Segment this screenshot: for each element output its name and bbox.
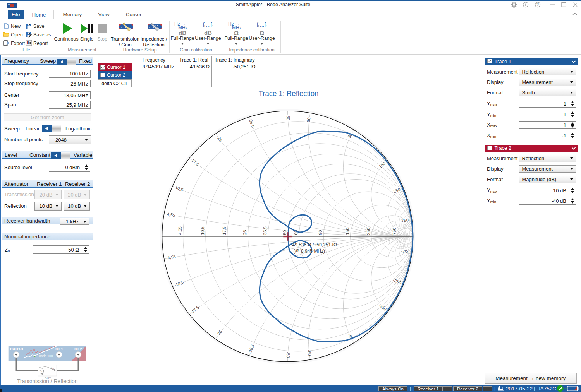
svg-text:10,5: 10,5	[175, 185, 184, 192]
svg-text:250: 250	[393, 187, 401, 194]
svg-text:-36,5: -36,5	[248, 344, 255, 354]
svg-text:26: 26	[242, 230, 247, 235]
svg-text:Report: Report	[33, 41, 48, 46]
svg-text:Save: Save	[33, 24, 45, 29]
svg-text:750: 750	[392, 228, 397, 235]
svg-text:-10,5: -10,5	[174, 279, 184, 288]
svg-text:4,55: 4,55	[178, 226, 182, 235]
svg-text:17,5: 17,5	[222, 226, 227, 235]
svg-text:(@ 8,945 MHz): (@ 8,945 MHz)	[294, 248, 325, 254]
svg-text:750: 750	[401, 217, 409, 223]
svg-text:OUTPUT: OUTPUT	[10, 347, 24, 351]
svg-text:Single: Single	[80, 36, 94, 42]
svg-text:90: 90	[318, 230, 323, 235]
svg-text:150: 150	[378, 161, 387, 169]
svg-text:-17,5: -17,5	[189, 305, 200, 315]
svg-text:250: 250	[366, 228, 371, 235]
svg-text:36,5: 36,5	[263, 226, 267, 235]
svg-text:10,5: 10,5	[200, 226, 205, 235]
svg-text:49,536 Ω / -50,251 fΩ: 49,536 Ω / -50,251 fΩ	[292, 242, 337, 248]
svg-text:-4,55: -4,55	[166, 254, 176, 260]
svg-text:Save as: Save as	[33, 32, 51, 38]
svg-text:CH 1: CH 1	[55, 347, 63, 351]
svg-text:Transmission / Reflection: Transmission / Reflection	[17, 378, 78, 384]
svg-text:Continuous: Continuous	[54, 36, 79, 42]
svg-text:-250: -250	[392, 278, 402, 286]
svg-text:50: 50	[286, 116, 290, 120]
svg-text:Export: Export	[11, 41, 25, 46]
svg-text:?: ?	[536, 2, 539, 7]
svg-text:50: 50	[282, 230, 287, 235]
svg-text:150: 150	[345, 228, 350, 235]
svg-text:36,5: 36,5	[248, 119, 255, 128]
svg-text:New: New	[11, 24, 21, 29]
svg-text:Stop: Stop	[97, 36, 107, 42]
svg-text:Open: Open	[11, 32, 23, 38]
svg-text:-50: -50	[286, 352, 290, 358]
svg-text:Bode 100: Bode 100	[39, 354, 53, 358]
svg-text:60: 60	[306, 117, 311, 122]
svg-text:CH 2: CH 2	[74, 347, 82, 351]
svg-text:4,55: 4,55	[167, 212, 175, 218]
svg-text:-750: -750	[401, 249, 409, 255]
svg-text:-60: -60	[306, 349, 312, 356]
